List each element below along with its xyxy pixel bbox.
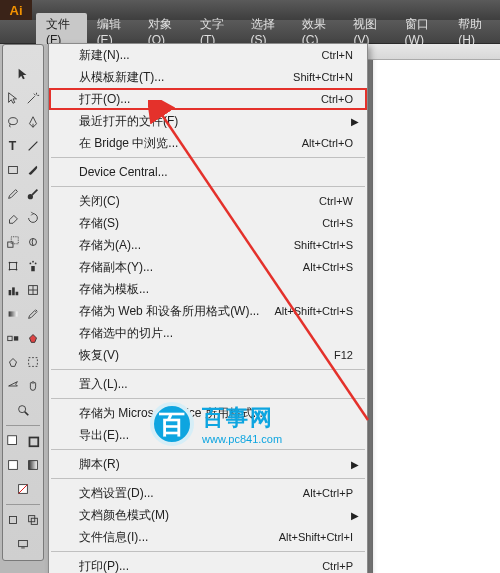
gradient-tool[interactable] [3,302,23,326]
blob-brush-tool[interactable] [23,182,43,206]
menu-item-label: 存储为 Web 和设备所用格式(W)... [79,303,259,320]
free-transform-tool[interactable] [3,254,23,278]
menu-item[interactable]: 文件信息(I)...Alt+Shift+Ctrl+I [49,526,367,548]
menubar: 文件(F) 编辑(E) 对象(O) 文字(T) 选择(S) 效果(C) 视图(V… [0,20,500,44]
direct-select-tool[interactable] [3,86,23,110]
menu-item-label: 置入(L)... [79,376,128,393]
normal-draw-mode[interactable] [3,508,23,532]
menu-item[interactable]: 存储为(A)...Shift+Ctrl+S [49,234,367,256]
zoom-tool[interactable] [3,398,43,422]
gradient-mode[interactable] [23,453,43,477]
eyedropper-tool[interactable] [23,302,43,326]
menu-item-shortcut: Alt+Shift+Ctrl+S [274,305,353,317]
svg-point-12 [16,269,18,271]
fill-swatch[interactable] [3,429,23,453]
pen-tool[interactable] [23,110,43,134]
svg-rect-6 [11,237,18,244]
live-paint-select-tool[interactable] [3,350,23,374]
menu-item-label: Device Central... [79,165,168,179]
menu-item[interactable]: 从模板新建(T)...Shift+Ctrl+N [49,66,367,88]
rotate-tool[interactable] [23,206,43,230]
menu-item[interactable]: 新建(N)...Ctrl+N [49,44,367,66]
menu-item-shortcut: Shift+Ctrl+N [293,71,353,83]
svg-rect-38 [19,541,28,547]
tool-divider [6,504,40,505]
svg-rect-17 [9,290,12,295]
svg-point-16 [35,263,37,265]
menu-item[interactable]: 存储为模板... [49,278,367,300]
paintbrush-tool[interactable] [23,158,43,182]
menu-separator [51,157,365,158]
blend-tool[interactable] [3,326,23,350]
menu-item[interactable]: 存储副本(Y)...Alt+Ctrl+S [49,256,367,278]
svg-rect-3 [9,167,18,174]
menu-item-label: 存储选中的切片... [79,325,173,342]
svg-point-0 [9,118,18,125]
live-paint-tool[interactable] [23,326,43,350]
svg-rect-29 [8,436,17,445]
menu-item-shortcut: Ctrl+S [322,217,353,229]
app-icon: Ai [0,0,32,20]
color-mode[interactable] [3,453,23,477]
menu-item[interactable]: 文档颜色模式(M)▶ [49,504,367,526]
menu-item[interactable]: 最近打开的文件(F)▶ [49,110,367,132]
svg-point-11 [9,269,11,271]
menu-item[interactable]: 置入(L)... [49,373,367,395]
slice-tool[interactable] [3,374,23,398]
type-tool[interactable]: T [3,134,23,158]
symbol-sprayer-tool[interactable] [23,254,43,278]
magic-wand-tool[interactable] [23,86,43,110]
menu-item[interactable]: 打开(O)...Ctrl+O [49,88,367,110]
svg-rect-18 [12,287,15,295]
rectangle-tool[interactable] [3,158,23,182]
watermark-url: www.pc841.com [202,433,282,445]
mesh-tool[interactable] [23,278,43,302]
svg-point-15 [32,261,34,263]
watermark-text: 百事网 www.pc841.com [202,403,282,445]
menu-item[interactable]: 存储为 Web 和设备所用格式(W)...Alt+Shift+Ctrl+S [49,300,367,322]
eraser-tool[interactable] [3,206,23,230]
menu-item-label: 文档颜色模式(M) [79,507,169,524]
menu-item-label: 新建(N)... [79,47,130,64]
menu-item[interactable]: 存储(S)Ctrl+S [49,212,367,234]
menu-item[interactable]: 在 Bridge 中浏览...Alt+Ctrl+O [49,132,367,154]
pencil-tool[interactable] [3,182,23,206]
stroke-swatch[interactable] [23,429,43,453]
toolbox: T [2,44,44,561]
menu-item-shortcut: F12 [334,349,353,361]
svg-rect-24 [8,336,12,340]
menu-item-shortcut: Ctrl+W [319,195,353,207]
scale-tool[interactable] [3,230,23,254]
menu-item[interactable]: 恢复(V)F12 [49,344,367,366]
svg-text:T: T [9,139,17,153]
menu-item-shortcut: Alt+Ctrl+S [303,261,353,273]
menu-item[interactable]: 打印(P)...Ctrl+P [49,555,367,573]
screen-mode[interactable] [3,532,43,556]
svg-point-9 [9,262,11,264]
toolbox-header[interactable] [5,49,41,59]
lasso-tool[interactable] [3,110,23,134]
svg-rect-5 [8,242,13,247]
none-mode[interactable] [13,477,33,501]
menu-item-shortcut: Alt+Ctrl+O [302,137,353,149]
column-graph-tool[interactable] [3,278,23,302]
svg-rect-23 [9,311,18,316]
artboard [373,54,500,573]
selection-tool[interactable] [3,62,43,86]
hand-tool[interactable] [23,374,43,398]
svg-rect-19 [16,292,19,296]
draw-behind-mode[interactable] [23,508,43,532]
menu-item[interactable]: 存储选中的切片... [49,322,367,344]
menu-item[interactable]: Device Central... [49,161,367,183]
menu-item[interactable]: 关闭(C)Ctrl+W [49,190,367,212]
menu-item-label: 存储副本(Y)... [79,259,153,276]
menu-item-label: 存储(S) [79,215,119,232]
warp-tool[interactable] [23,230,43,254]
menu-item[interactable]: 脚本(R)▶ [49,453,367,475]
watermark: 百 百事网 www.pc841.com [150,402,282,446]
watermark-badge: 百 [150,402,194,446]
line-tool[interactable] [23,134,43,158]
artboard-tool[interactable] [23,350,43,374]
menu-item[interactable]: 文档设置(D)...Alt+Ctrl+P [49,482,367,504]
svg-rect-8 [10,263,17,270]
